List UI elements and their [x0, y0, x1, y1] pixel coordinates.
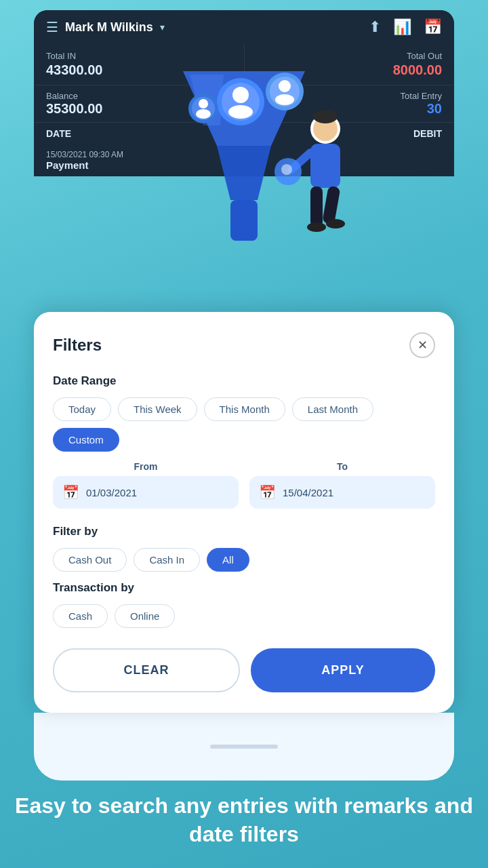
- phone-bottom: [34, 713, 454, 781]
- table-header: DATE DEBIT: [34, 123, 454, 144]
- from-date-group: From 📅 01/03/2021: [53, 461, 239, 509]
- from-date-value: 01/03/2021: [86, 487, 137, 498]
- chip-last-month[interactable]: Last Month: [292, 397, 373, 421]
- total-out-cell: Total Out 8000.00: [245, 44, 455, 85]
- to-date-value: 15/04/2021: [283, 487, 333, 498]
- balance-label: Balance: [46, 91, 244, 101]
- filter-modal: Filters ✕ Date Range Today This Week Thi…: [34, 312, 454, 713]
- chip-this-month[interactable]: This Month: [204, 397, 285, 421]
- to-calendar-icon: 📅: [259, 484, 276, 500]
- total-entry-cell: Total Entry 30: [244, 91, 442, 117]
- svg-rect-11: [310, 186, 323, 227]
- app-title: Mark M Wilkins: [65, 20, 153, 35]
- close-button[interactable]: ✕: [409, 332, 435, 358]
- total-out-value: 8000.00: [257, 62, 443, 78]
- filter-header: Filters ✕: [53, 332, 435, 358]
- filter-by-label: Filter by: [53, 525, 435, 538]
- from-date-input[interactable]: 📅 01/03/2021: [53, 476, 239, 509]
- chip-today[interactable]: Today: [53, 397, 111, 421]
- total-out-label: Total Out: [257, 51, 443, 61]
- chip-online[interactable]: Online: [115, 604, 175, 628]
- chip-all[interactable]: All: [207, 548, 249, 572]
- chip-this-week[interactable]: This Week: [118, 397, 197, 421]
- balance-value: 35300.00: [46, 101, 244, 117]
- date-pickers-row: From 📅 01/03/2021 To 📅 15/04/2021: [53, 461, 435, 509]
- share-icon[interactable]: ⬆: [369, 18, 381, 36]
- col-date: DATE: [46, 128, 71, 139]
- total-in-value: 43300.00: [46, 62, 232, 78]
- svg-point-13: [307, 222, 326, 232]
- total-in-label: Total IN: [46, 51, 232, 61]
- dropdown-icon[interactable]: ▾: [160, 22, 165, 33]
- table-row[interactable]: 15/03/2021 09:30 AM Payment: [34, 144, 454, 176]
- to-label: To: [249, 461, 435, 472]
- chip-cash-in[interactable]: Cash In: [134, 548, 200, 572]
- balance-row: Balance 35300.00 Total Entry 30: [34, 85, 454, 123]
- total-entry-value: 30: [244, 101, 442, 117]
- chip-cash-out[interactable]: Cash Out: [53, 548, 127, 572]
- row-name: Payment: [46, 159, 123, 171]
- calendar-icon[interactable]: 📅: [424, 18, 442, 36]
- bottom-tagline: Easy to search any entries with remarks …: [0, 770, 488, 862]
- date-chips-row: Today This Week This Month Last Month Cu…: [53, 397, 435, 452]
- total-in-cell: Total IN 43300.00: [34, 44, 245, 85]
- svg-point-14: [326, 219, 345, 229]
- transaction-by-label: Transaction by: [53, 581, 435, 595]
- row-date: 15/03/2021 09:30 AM: [46, 150, 123, 159]
- clear-button[interactable]: CLEAR: [53, 648, 240, 692]
- action-buttons-row: CLEAR APPLY: [53, 648, 435, 692]
- app-header: ☰ Mark M Wilkins ▾ ⬆ 📊 📅: [34, 10, 454, 44]
- to-date-group: To 📅 15/04/2021: [249, 461, 435, 509]
- transaction-by-chips-row: Cash Online: [53, 604, 435, 628]
- chip-cash[interactable]: Cash: [53, 604, 108, 628]
- filter-by-chips-row: Cash Out Cash In All: [53, 548, 435, 572]
- close-icon: ✕: [418, 338, 428, 353]
- home-indicator: [210, 745, 278, 749]
- svg-rect-2: [230, 200, 258, 241]
- hamburger-icon[interactable]: ☰: [46, 19, 58, 35]
- total-entry-label: Total Entry: [244, 91, 442, 101]
- date-range-label: Date Range: [53, 374, 435, 388]
- svg-rect-12: [322, 186, 340, 224]
- chip-custom[interactable]: Custom: [53, 428, 119, 452]
- from-calendar-icon: 📅: [62, 484, 79, 500]
- col-debit: DEBIT: [413, 128, 442, 139]
- balance-cell: Balance 35300.00: [46, 91, 244, 117]
- stats-row: Total IN 43300.00 Total Out 8000.00: [34, 44, 454, 85]
- filter-title: Filters: [53, 336, 102, 355]
- to-date-input[interactable]: 📅 15/04/2021: [249, 476, 435, 509]
- bar-chart-icon[interactable]: 📊: [393, 18, 411, 36]
- apply-button[interactable]: APPLY: [251, 648, 435, 692]
- from-label: From: [53, 461, 239, 472]
